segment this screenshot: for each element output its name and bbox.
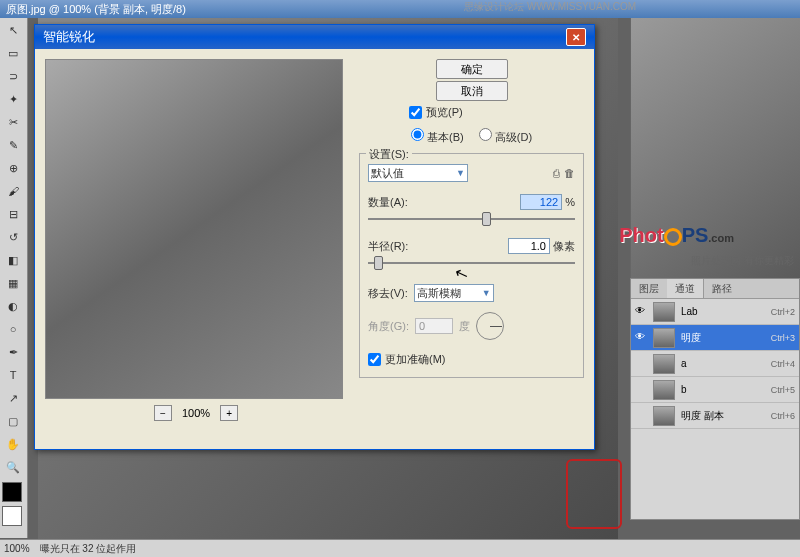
amount-input[interactable] [520, 194, 562, 210]
tab-paths[interactable]: 路径 [704, 279, 740, 298]
amount-label: 数量(A): [368, 195, 408, 210]
amount-slider[interactable] [368, 212, 575, 226]
channel-row[interactable]: b Ctrl+5 [631, 377, 799, 403]
brush-tool-icon[interactable]: 🖌 [1, 180, 25, 202]
cancel-button[interactable]: 取消 [436, 81, 508, 101]
visibility-icon[interactable]: 👁 [635, 305, 649, 319]
dialog-title-bar[interactable]: 智能锐化 ✕ [35, 25, 594, 49]
visibility-icon[interactable]: 👁 [635, 331, 649, 345]
shape-tool-icon[interactable]: ▢ [1, 410, 25, 432]
status-zoom[interactable]: 100% [4, 543, 30, 554]
tab-layers[interactable]: 图层 [631, 279, 667, 298]
channels-panel: 图层 通道 路径 👁 Lab Ctrl+2 👁 明度 Ctrl+3 a Ctrl… [630, 278, 800, 520]
settings-group: 设置(S): 默认值 ▼ ⎙ 🗑 数量(A): % [359, 153, 584, 378]
toolbox: ↖ ▭ ⊃ ✦ ✂ ✎ ⊕ 🖌 ⊟ ↺ ◧ ▦ ◐ ○ ✒ T ↗ ▢ ✋ 🔍 [0, 18, 28, 538]
advanced-radio-label[interactable]: 高级(D) [479, 131, 532, 143]
zoom-in-button[interactable]: + [220, 405, 238, 421]
status-text: 曝光只在 32 位起作用 [40, 542, 137, 556]
remove-dropdown[interactable]: 高斯模糊 ▼ [414, 284, 494, 302]
radius-input[interactable] [508, 238, 550, 254]
channel-row[interactable]: 👁 明度 Ctrl+3 [631, 325, 799, 351]
channel-row[interactable]: 👁 Lab Ctrl+2 [631, 299, 799, 325]
channel-thumb [653, 354, 675, 374]
channel-thumb [653, 380, 675, 400]
more-accurate-label: 更加准确(M) [385, 352, 446, 367]
pen-tool-icon[interactable]: ✒ [1, 341, 25, 363]
gradient-tool-icon[interactable]: ▦ [1, 272, 25, 294]
zoom-tool-icon[interactable]: 🔍 [1, 456, 25, 478]
logo-o-icon [664, 228, 682, 246]
foreground-color-icon[interactable] [2, 482, 22, 502]
remove-label: 移去(V): [368, 286, 408, 301]
background-color-icon[interactable] [2, 506, 22, 526]
smart-sharpen-dialog: 智能锐化 ✕ − 100% + 确定 取消 预览(P) 基本(B) 高级(D) [34, 24, 595, 450]
delete-preset-icon[interactable]: 🗑 [564, 167, 575, 179]
save-preset-icon[interactable]: ⎙ [553, 167, 560, 179]
eyedropper-tool-icon[interactable]: ✎ [1, 134, 25, 156]
document-title: 原图.jpg @ 100% (背景 副本, 明度/8) [6, 2, 186, 17]
visibility-icon[interactable] [635, 357, 649, 371]
visibility-icon[interactable] [635, 409, 649, 423]
preview-panel: − 100% + [45, 59, 347, 439]
preview-label: 预览(P) [426, 105, 463, 120]
red-seal-icon [566, 459, 622, 529]
chevron-down-icon: ▼ [456, 168, 465, 178]
zoom-controls: − 100% + [45, 405, 347, 421]
advanced-radio[interactable] [479, 128, 492, 141]
path-tool-icon[interactable]: ↗ [1, 387, 25, 409]
radius-slider[interactable] [368, 256, 575, 270]
settings-label: 设置(S): [366, 147, 412, 162]
settings-dropdown[interactable]: 默认值 ▼ [368, 164, 468, 182]
stamp-tool-icon[interactable]: ⊟ [1, 203, 25, 225]
visibility-icon[interactable] [635, 383, 649, 397]
chevron-down-icon: ▼ [482, 288, 491, 298]
channel-row[interactable]: a Ctrl+4 [631, 351, 799, 377]
status-bar: 100% 曝光只在 32 位起作用 [0, 539, 800, 557]
tab-channels[interactable]: 通道 [667, 279, 704, 298]
crop-tool-icon[interactable]: ✂ [1, 111, 25, 133]
hand-tool-icon[interactable]: ✋ [1, 433, 25, 455]
preview-checkbox[interactable] [409, 106, 422, 119]
wand-tool-icon[interactable]: ✦ [1, 88, 25, 110]
healing-tool-icon[interactable]: ⊕ [1, 157, 25, 179]
preview-image[interactable] [45, 59, 343, 399]
channel-row[interactable]: 明度 副本 Ctrl+6 [631, 403, 799, 429]
blur-tool-icon[interactable]: ◐ [1, 295, 25, 317]
lasso-tool-icon[interactable]: ⊃ [1, 65, 25, 87]
watermark-top: 思缘设计论坛 WWW.MISSYUAN.COM [464, 0, 636, 14]
move-tool-icon[interactable]: ↖ [1, 19, 25, 41]
angle-input [415, 318, 453, 334]
document-title-bar: 原图.jpg @ 100% (背景 副本, 明度/8) [0, 0, 800, 18]
ok-button[interactable]: 确定 [436, 59, 508, 79]
type-tool-icon[interactable]: T [1, 364, 25, 386]
dialog-title-text: 智能锐化 [43, 28, 95, 46]
radius-label: 半径(R): [368, 239, 408, 254]
photops-logo: PhotPS.com [619, 224, 734, 247]
channel-thumb [653, 406, 675, 426]
amount-slider-thumb[interactable] [482, 212, 491, 226]
controls-panel: 确定 取消 预览(P) 基本(B) 高级(D) 设置(S): 默认值 ▼ [347, 59, 584, 439]
zoom-out-button[interactable]: − [154, 405, 172, 421]
close-icon[interactable]: ✕ [566, 28, 586, 46]
history-brush-icon[interactable]: ↺ [1, 226, 25, 248]
channel-thumb [653, 302, 675, 322]
dodge-tool-icon[interactable]: ○ [1, 318, 25, 340]
eraser-tool-icon[interactable]: ◧ [1, 249, 25, 271]
channel-thumb [653, 328, 675, 348]
basic-radio-label[interactable]: 基本(B) [411, 131, 464, 143]
angle-label: 角度(G): [368, 319, 409, 334]
zoom-level: 100% [182, 407, 210, 419]
more-accurate-checkbox[interactable] [368, 353, 381, 366]
panel-tabs: 图层 通道 路径 [631, 279, 799, 299]
angle-dial-icon [476, 312, 504, 340]
basic-radio[interactable] [411, 128, 424, 141]
radius-slider-thumb[interactable] [374, 256, 383, 270]
watermark-tagline: 照片处理网 有你更精彩 [691, 254, 794, 268]
marquee-tool-icon[interactable]: ▭ [1, 42, 25, 64]
